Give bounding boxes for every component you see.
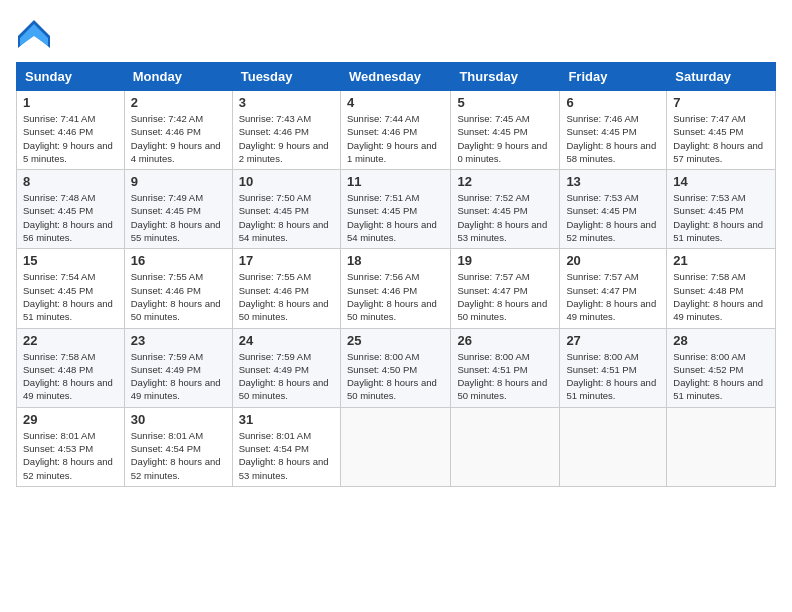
calendar-cell: 21Sunrise: 7:58 AMSunset: 4:48 PMDayligh…: [667, 249, 776, 328]
calendar-cell: 9Sunrise: 7:49 AMSunset: 4:45 PMDaylight…: [124, 170, 232, 249]
day-number: 13: [566, 174, 660, 189]
day-info: Sunrise: 7:52 AMSunset: 4:45 PMDaylight:…: [457, 191, 553, 244]
day-number: 25: [347, 333, 444, 348]
col-header-tuesday: Tuesday: [232, 63, 340, 91]
day-number: 3: [239, 95, 334, 110]
calendar-cell: 28Sunrise: 8:00 AMSunset: 4:52 PMDayligh…: [667, 328, 776, 407]
calendar-cell: [667, 407, 776, 486]
calendar-cell: 5Sunrise: 7:45 AMSunset: 4:45 PMDaylight…: [451, 91, 560, 170]
calendar-cell: 24Sunrise: 7:59 AMSunset: 4:49 PMDayligh…: [232, 328, 340, 407]
day-info: Sunrise: 7:57 AMSunset: 4:47 PMDaylight:…: [566, 270, 660, 323]
day-number: 23: [131, 333, 226, 348]
day-info: Sunrise: 7:54 AMSunset: 4:45 PMDaylight:…: [23, 270, 118, 323]
col-header-monday: Monday: [124, 63, 232, 91]
calendar-table: SundayMondayTuesdayWednesdayThursdayFrid…: [16, 62, 776, 487]
day-number: 7: [673, 95, 769, 110]
day-number: 19: [457, 253, 553, 268]
day-number: 6: [566, 95, 660, 110]
day-number: 24: [239, 333, 334, 348]
day-info: Sunrise: 7:57 AMSunset: 4:47 PMDaylight:…: [457, 270, 553, 323]
day-info: Sunrise: 7:59 AMSunset: 4:49 PMDaylight:…: [131, 350, 226, 403]
day-number: 28: [673, 333, 769, 348]
col-header-thursday: Thursday: [451, 63, 560, 91]
logo-icon: [16, 16, 52, 52]
day-info: Sunrise: 7:59 AMSunset: 4:49 PMDaylight:…: [239, 350, 334, 403]
calendar-cell: 6Sunrise: 7:46 AMSunset: 4:45 PMDaylight…: [560, 91, 667, 170]
day-info: Sunrise: 8:01 AMSunset: 4:54 PMDaylight:…: [131, 429, 226, 482]
calendar-cell: 3Sunrise: 7:43 AMSunset: 4:46 PMDaylight…: [232, 91, 340, 170]
day-info: Sunrise: 7:41 AMSunset: 4:46 PMDaylight:…: [23, 112, 118, 165]
calendar-cell: 2Sunrise: 7:42 AMSunset: 4:46 PMDaylight…: [124, 91, 232, 170]
calendar-cell: 11Sunrise: 7:51 AMSunset: 4:45 PMDayligh…: [340, 170, 450, 249]
day-info: Sunrise: 7:53 AMSunset: 4:45 PMDaylight:…: [566, 191, 660, 244]
calendar-cell: 18Sunrise: 7:56 AMSunset: 4:46 PMDayligh…: [340, 249, 450, 328]
calendar-cell: 25Sunrise: 8:00 AMSunset: 4:50 PMDayligh…: [340, 328, 450, 407]
calendar-cell: [340, 407, 450, 486]
day-number: 11: [347, 174, 444, 189]
calendar-cell: 4Sunrise: 7:44 AMSunset: 4:46 PMDaylight…: [340, 91, 450, 170]
logo: [16, 16, 56, 52]
col-header-wednesday: Wednesday: [340, 63, 450, 91]
calendar-cell: 30Sunrise: 8:01 AMSunset: 4:54 PMDayligh…: [124, 407, 232, 486]
col-header-friday: Friday: [560, 63, 667, 91]
day-info: Sunrise: 7:44 AMSunset: 4:46 PMDaylight:…: [347, 112, 444, 165]
calendar-cell: 29Sunrise: 8:01 AMSunset: 4:53 PMDayligh…: [17, 407, 125, 486]
day-info: Sunrise: 7:48 AMSunset: 4:45 PMDaylight:…: [23, 191, 118, 244]
day-number: 14: [673, 174, 769, 189]
calendar-header: SundayMondayTuesdayWednesdayThursdayFrid…: [17, 63, 776, 91]
day-info: Sunrise: 7:46 AMSunset: 4:45 PMDaylight:…: [566, 112, 660, 165]
calendar-cell: 27Sunrise: 8:00 AMSunset: 4:51 PMDayligh…: [560, 328, 667, 407]
day-number: 30: [131, 412, 226, 427]
calendar-cell: 23Sunrise: 7:59 AMSunset: 4:49 PMDayligh…: [124, 328, 232, 407]
calendar-cell: 26Sunrise: 8:00 AMSunset: 4:51 PMDayligh…: [451, 328, 560, 407]
calendar-cell: 7Sunrise: 7:47 AMSunset: 4:45 PMDaylight…: [667, 91, 776, 170]
page-header: [16, 16, 776, 52]
calendar-cell: [451, 407, 560, 486]
day-info: Sunrise: 7:58 AMSunset: 4:48 PMDaylight:…: [23, 350, 118, 403]
day-info: Sunrise: 8:01 AMSunset: 4:53 PMDaylight:…: [23, 429, 118, 482]
calendar-cell: 17Sunrise: 7:55 AMSunset: 4:46 PMDayligh…: [232, 249, 340, 328]
day-info: Sunrise: 7:55 AMSunset: 4:46 PMDaylight:…: [131, 270, 226, 323]
day-number: 5: [457, 95, 553, 110]
day-number: 20: [566, 253, 660, 268]
calendar-cell: 13Sunrise: 7:53 AMSunset: 4:45 PMDayligh…: [560, 170, 667, 249]
calendar-cell: [560, 407, 667, 486]
day-info: Sunrise: 7:43 AMSunset: 4:46 PMDaylight:…: [239, 112, 334, 165]
calendar-row: 29Sunrise: 8:01 AMSunset: 4:53 PMDayligh…: [17, 407, 776, 486]
calendar-cell: 1Sunrise: 7:41 AMSunset: 4:46 PMDaylight…: [17, 91, 125, 170]
calendar-cell: 31Sunrise: 8:01 AMSunset: 4:54 PMDayligh…: [232, 407, 340, 486]
calendar-row: 1Sunrise: 7:41 AMSunset: 4:46 PMDaylight…: [17, 91, 776, 170]
calendar-cell: 12Sunrise: 7:52 AMSunset: 4:45 PMDayligh…: [451, 170, 560, 249]
day-number: 2: [131, 95, 226, 110]
calendar-row: 22Sunrise: 7:58 AMSunset: 4:48 PMDayligh…: [17, 328, 776, 407]
header-row: SundayMondayTuesdayWednesdayThursdayFrid…: [17, 63, 776, 91]
day-number: 4: [347, 95, 444, 110]
calendar-row: 15Sunrise: 7:54 AMSunset: 4:45 PMDayligh…: [17, 249, 776, 328]
day-info: Sunrise: 8:00 AMSunset: 4:51 PMDaylight:…: [566, 350, 660, 403]
day-info: Sunrise: 7:55 AMSunset: 4:46 PMDaylight:…: [239, 270, 334, 323]
day-number: 17: [239, 253, 334, 268]
day-number: 9: [131, 174, 226, 189]
day-info: Sunrise: 7:53 AMSunset: 4:45 PMDaylight:…: [673, 191, 769, 244]
day-number: 21: [673, 253, 769, 268]
day-info: Sunrise: 7:50 AMSunset: 4:45 PMDaylight:…: [239, 191, 334, 244]
col-header-sunday: Sunday: [17, 63, 125, 91]
day-number: 22: [23, 333, 118, 348]
day-number: 15: [23, 253, 118, 268]
calendar-cell: 16Sunrise: 7:55 AMSunset: 4:46 PMDayligh…: [124, 249, 232, 328]
calendar-cell: 20Sunrise: 7:57 AMSunset: 4:47 PMDayligh…: [560, 249, 667, 328]
day-info: Sunrise: 7:45 AMSunset: 4:45 PMDaylight:…: [457, 112, 553, 165]
day-info: Sunrise: 8:00 AMSunset: 4:51 PMDaylight:…: [457, 350, 553, 403]
calendar-cell: 8Sunrise: 7:48 AMSunset: 4:45 PMDaylight…: [17, 170, 125, 249]
day-info: Sunrise: 7:49 AMSunset: 4:45 PMDaylight:…: [131, 191, 226, 244]
day-number: 8: [23, 174, 118, 189]
day-number: 27: [566, 333, 660, 348]
day-info: Sunrise: 8:00 AMSunset: 4:52 PMDaylight:…: [673, 350, 769, 403]
calendar-cell: 10Sunrise: 7:50 AMSunset: 4:45 PMDayligh…: [232, 170, 340, 249]
calendar-body: 1Sunrise: 7:41 AMSunset: 4:46 PMDaylight…: [17, 91, 776, 487]
day-info: Sunrise: 7:56 AMSunset: 4:46 PMDaylight:…: [347, 270, 444, 323]
day-info: Sunrise: 7:51 AMSunset: 4:45 PMDaylight:…: [347, 191, 444, 244]
day-info: Sunrise: 7:47 AMSunset: 4:45 PMDaylight:…: [673, 112, 769, 165]
calendar-cell: 22Sunrise: 7:58 AMSunset: 4:48 PMDayligh…: [17, 328, 125, 407]
day-number: 29: [23, 412, 118, 427]
